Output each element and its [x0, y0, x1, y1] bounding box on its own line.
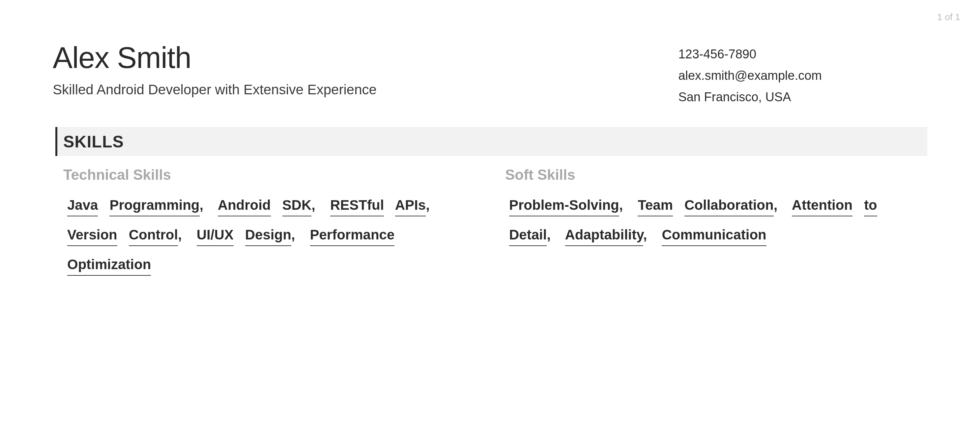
contact-block: 123-456-7890 alex.smith@example.com San … [678, 43, 927, 109]
skill-item: Detail, [509, 227, 554, 242]
technical-skills-column: Technical Skills Java Programming, Andro… [63, 167, 485, 280]
skill-item: UI/UX [197, 227, 234, 246]
soft-skills-column: Soft Skills Problem-Solving, Team Collab… [505, 167, 927, 280]
technical-skills-list: Java Programming, Android SDK, RESTful A… [63, 190, 485, 280]
skills-section-header: SKILLS [56, 127, 927, 156]
contact-location: San Francisco, USA [678, 88, 822, 107]
skill-item: Optimization [67, 257, 151, 276]
skill-item: Programming, [110, 197, 207, 213]
resume-content: Alex Smith Skilled Android Developer wit… [0, 0, 980, 280]
skill-item: Version [67, 227, 117, 246]
skill-item: Adaptability, [565, 227, 651, 242]
tagline: Skilled Android Developer with Extensive… [53, 82, 678, 97]
soft-skills-heading: Soft Skills [505, 167, 927, 183]
skills-columns: Technical Skills Java Programming, Andro… [53, 167, 927, 280]
skill-item: RESTful [330, 197, 384, 216]
person-name: Alex Smith [53, 43, 678, 73]
skill-item: Communication [662, 227, 766, 246]
header-row: Alex Smith Skilled Android Developer wit… [53, 43, 927, 109]
skill-item: Control, [129, 227, 185, 242]
skill-item: SDK, [282, 197, 319, 213]
technical-skills-heading: Technical Skills [63, 167, 485, 183]
skill-item: Attention [792, 197, 853, 216]
header-left: Alex Smith Skilled Android Developer wit… [53, 43, 678, 97]
skill-item: Design, [245, 227, 299, 242]
skill-item: APIs, [395, 197, 433, 213]
skill-item: Team [638, 197, 673, 216]
skill-item: Collaboration, [684, 197, 781, 213]
skills-title: SKILLS [63, 132, 124, 151]
skill-item: Android [218, 197, 271, 216]
skill-item: to [864, 197, 877, 216]
skill-item: Java [67, 197, 98, 216]
skill-item: Problem-Solving, [509, 197, 626, 213]
contact-phone: 123-456-7890 [678, 45, 822, 64]
page-indicator: 1 of 1 [937, 12, 960, 22]
contact-email: alex.smith@example.com [678, 66, 822, 85]
soft-skills-list: Problem-Solving, Team Collaboration, Att… [505, 190, 927, 250]
skill-item: Performance [310, 227, 395, 246]
